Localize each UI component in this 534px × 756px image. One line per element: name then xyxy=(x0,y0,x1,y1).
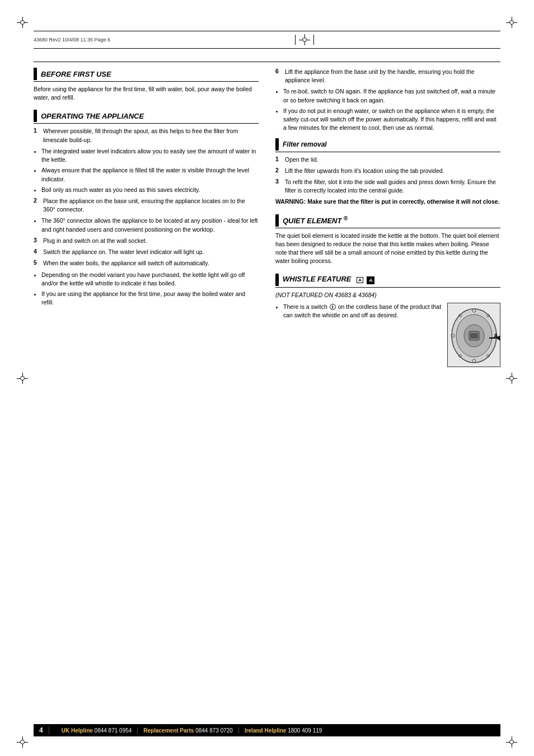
operating-item-2: 2 Place the appliance on the base unit, … xyxy=(34,197,259,214)
bullet-3-1: Depending on the model variant you have … xyxy=(41,271,259,288)
operating-bullets-1: The integrated water level indicators al… xyxy=(41,147,259,194)
section-title-before-first-use: BEFORE FIRST USE xyxy=(41,70,111,78)
operating-item-6: 6 Lift the appliance from the base unit … xyxy=(275,68,500,84)
footer-uk-helpline: UK Helpline 0844 871 0954 xyxy=(56,727,138,734)
arrow-indicator xyxy=(489,335,500,341)
item-text-5: When the water boils, the appliance will… xyxy=(43,259,209,267)
footer-uk-label: UK Helpline xyxy=(62,727,93,734)
filter-num-3: 3 xyxy=(275,178,282,195)
filter-warning: WARNING: Make sure that the filter is pu… xyxy=(275,198,500,206)
bullet-2-1: The 360° connector allows the appliance … xyxy=(41,217,259,233)
filter-item-1: 1 Open the lid. xyxy=(275,156,500,164)
section-bar-2 xyxy=(34,110,37,122)
section-bar xyxy=(34,68,37,80)
section-title-filter: Filter removal xyxy=(283,140,327,148)
item-num-1: 1 xyxy=(34,127,40,144)
whistle-icon-a: A xyxy=(355,277,364,283)
footer-uk-number: 0844 871 0954 xyxy=(95,727,132,734)
header-right xyxy=(499,37,500,43)
item-num-4: 4 xyxy=(34,248,40,256)
document-ref: 43680 Rev2 10/4/08 11:35 Page 6 xyxy=(34,37,110,43)
footer-page-num: 4 xyxy=(39,726,49,734)
section-title-quiet: QUIET ELEMENT ® xyxy=(283,215,348,225)
footer-ireland-number: 1800 409 119 xyxy=(288,727,322,734)
section-bar-4 xyxy=(275,214,279,227)
section-title-operating: OPERATING THE APPLIANCE xyxy=(41,112,144,120)
section-operating: OPERATING THE APPLIANCE xyxy=(34,110,259,124)
filter-text-1: Open the lid. xyxy=(285,156,318,164)
section-quiet-element: QUIET ELEMENT ® xyxy=(275,214,500,228)
item-num-3: 3 xyxy=(34,237,40,245)
bullet-3-2: If you are using the appliance for the f… xyxy=(41,290,259,307)
page-outer: 43680 Rev2 10/4/08 11:35 Page 6 BEFORE F… xyxy=(0,0,534,756)
content-area: BEFORE FIRST USE Before using the applia… xyxy=(34,62,500,711)
item-num-2: 2 xyxy=(34,197,40,214)
whistle-subtitle: (NOT FEATURED ON 43683 & 43684) xyxy=(275,291,500,299)
operating-item-5: 5 When the water boils, the appliance wi… xyxy=(34,259,259,267)
operating-item-3: 3 Plug in and switch on at the wall sock… xyxy=(34,237,259,245)
filter-num-2: 2 xyxy=(275,167,282,175)
reg-bottom-right xyxy=(506,736,517,748)
right-bullets: To re-boil, switch to ON again. If the a… xyxy=(283,87,500,132)
operating-bullets-3: Depending on the model variant you have … xyxy=(41,271,259,307)
before-first-use-body: Before using the appliance for the first… xyxy=(34,85,259,102)
item-num-5: 5 xyxy=(34,259,40,267)
whistle-icon-a2: A xyxy=(367,277,374,283)
footer-ireland-label: Ireland Helpline xyxy=(245,727,286,734)
quiet-icon: ® xyxy=(344,215,348,222)
filter-num-1: 1 xyxy=(275,156,282,164)
right-bullet-2: If you do not put in enough water, or sw… xyxy=(283,107,500,133)
col-right: 6 Lift the appliance from the base unit … xyxy=(275,68,500,367)
whistle-feature-row: There is a switch 1 on the cordless base… xyxy=(275,303,500,367)
section-before-first-use: BEFORE FIRST USE xyxy=(34,68,259,82)
switch-circle-icon: 1 xyxy=(330,304,336,310)
item-num-6: 6 xyxy=(275,68,282,84)
footer-replacement-label: Replacement Parts xyxy=(143,727,194,734)
reg-right-mid xyxy=(506,373,517,384)
section-whistle: WHISTLE FEATURE A A xyxy=(275,274,500,288)
item-text-1: Wherever possible, fill through the spou… xyxy=(43,127,259,144)
footer-ireland: Ireland Helpline 1800 409 119 xyxy=(239,727,327,734)
section-filter-removal: Filter removal xyxy=(275,138,500,152)
item-text-4: Switch the appliance on. The water level… xyxy=(43,248,204,256)
whistle-bullet-1: There is a switch 1 on the cordless base… xyxy=(283,303,442,320)
whistle-trademark-box: A xyxy=(357,277,363,283)
bullet-1-2: Always ensure that the appliance is fill… xyxy=(41,166,259,183)
operating-item-1: 1 Wherever possible, fill through the sp… xyxy=(34,127,259,144)
quiet-element-body: The quiet boil element is located inside… xyxy=(275,232,500,266)
whistle-black-box: A xyxy=(367,276,374,284)
reg-top-left xyxy=(17,17,28,28)
two-column-layout: BEFORE FIRST USE Before using the applia… xyxy=(34,68,500,367)
reg-top-right xyxy=(506,17,517,28)
whistle-image: A xyxy=(447,303,500,367)
operating-bullets-2: The 360° connector allows the appliance … xyxy=(41,217,259,233)
col-left: BEFORE FIRST USE Before using the applia… xyxy=(34,68,259,367)
whistle-bullets: There is a switch 1 on the cordless base… xyxy=(283,303,442,320)
item-text-6: Lift the appliance from the base unit by… xyxy=(285,68,500,84)
right-bullet-1: To re-boil, switch to ON again. If the a… xyxy=(283,87,500,104)
reg-left-mid xyxy=(17,373,28,384)
footer-bar: 4 UK Helpline 0844 871 0954 Replacement … xyxy=(34,724,500,736)
whistle-bullet-prefix: There is a switch xyxy=(283,303,327,310)
filter-text-3: To refit the filter, slot it into the si… xyxy=(285,178,500,195)
header-info: 43680 Rev2 10/4/08 11:35 Page 6 xyxy=(34,31,500,49)
filter-item-3: 3 To refit the filter, slot it into the … xyxy=(275,178,500,195)
top-rule xyxy=(34,62,500,62)
section-bar-5 xyxy=(275,274,279,286)
operating-item-4: 4 Switch the appliance on. The water lev… xyxy=(34,248,259,256)
bullet-1-1: The integrated water level indicators al… xyxy=(41,147,259,164)
whistle-bullet-text: There is a switch 1 on the cordless base… xyxy=(275,303,442,322)
bullet-1-3: Boil only as much water as you need as t… xyxy=(41,186,259,194)
item-text-3: Plug in and switch on at the wall socket… xyxy=(43,237,147,245)
filter-text-2: Lift the filter upwards from it's locati… xyxy=(285,167,444,175)
section-bar-3 xyxy=(275,138,279,151)
section-title-whistle: WHISTLE FEATURE A A xyxy=(283,275,374,284)
item-text-2: Place the appliance on the base unit, en… xyxy=(43,197,259,214)
footer-replacement-number: 0844 873 0720 xyxy=(195,727,233,734)
filter-item-2: 2 Lift the filter upwards from it's loca… xyxy=(275,167,500,175)
footer-replacement: Replacement Parts 0844 873 0720 xyxy=(138,727,239,734)
reg-bottom-left xyxy=(17,736,28,748)
svg-rect-4 xyxy=(470,333,478,339)
